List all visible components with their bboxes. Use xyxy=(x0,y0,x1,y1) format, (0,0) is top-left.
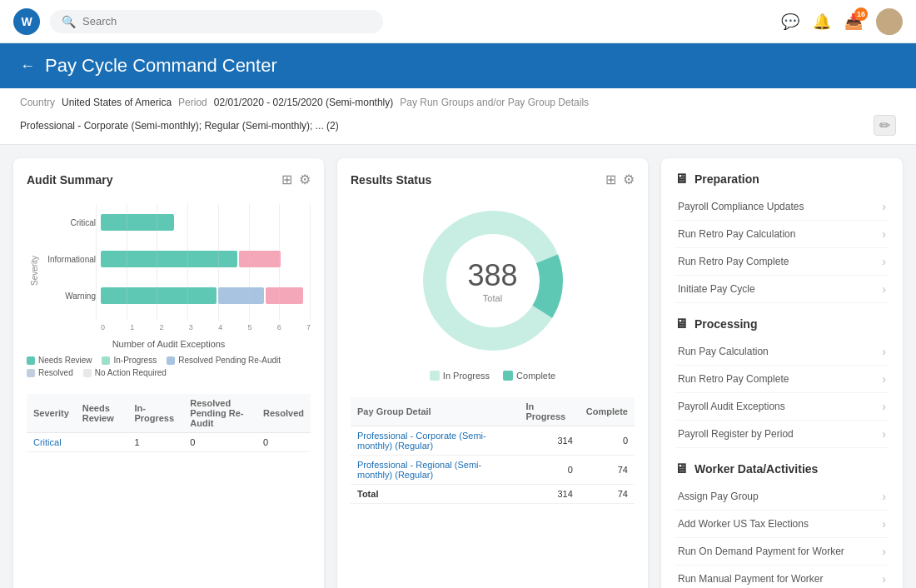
gear-icon[interactable]: ⚙ xyxy=(299,172,311,187)
legend-in-progress-text: In Progress xyxy=(443,371,490,381)
informational-label: Informational xyxy=(46,255,96,264)
payrun-value: Professional - Corporate (Semi-monthly);… xyxy=(20,120,339,132)
preparation-section-title: 🖥 Preparation xyxy=(675,172,889,187)
audit-legend: Needs Review In-Progress Resolved Pendin… xyxy=(27,356,311,377)
country-label: Country xyxy=(20,97,55,108)
search-icon: 🔍 xyxy=(62,15,76,28)
menu-run-pay-calc[interactable]: Run Pay Calculation › xyxy=(675,338,889,366)
breadcrumb: Country United States of America Period … xyxy=(0,88,916,145)
legend-resolved-pending-label: Resolved Pending Re-Audit xyxy=(178,356,281,365)
chevron-icon: › xyxy=(882,572,886,586)
results-col-inprogress: In Progress xyxy=(519,397,579,426)
donut-chart: 388 Total xyxy=(351,197,635,364)
top-nav: W 🔍 💬 🔔 📥 16 xyxy=(0,0,916,43)
chevron-icon: › xyxy=(882,490,886,503)
worker-data-menu: Assign Pay Group › Add Worker US Tax Ele… xyxy=(675,483,889,588)
y-axis-label: Severity xyxy=(27,204,42,337)
workday-logo: W xyxy=(13,8,40,35)
search-bar[interactable]: 🔍 xyxy=(50,10,383,33)
chat-icon[interactable]: 💬 xyxy=(781,12,799,31)
legend-complete-text: Complete xyxy=(516,371,555,381)
results-card-icons: ⊞ ⚙ xyxy=(605,172,635,187)
back-button[interactable]: ← xyxy=(20,57,35,75)
audit-table: Severity Needs Review In-Progress Resolv… xyxy=(27,394,311,452)
menu-on-demand-payment[interactable]: Run On Demand Payment for Worker › xyxy=(675,538,889,566)
donut-total: 388 xyxy=(467,258,517,293)
period-value: 02/01/2020 - 02/15/2020 (Semi-monthly) xyxy=(214,97,393,108)
audit-col-in-progress: In-Progress xyxy=(127,394,183,433)
processing-icon: 🖥 xyxy=(675,316,688,331)
critical-link[interactable]: Critical xyxy=(27,433,76,452)
menu-retro-pay-calc[interactable]: Run Retro Pay Calculation › xyxy=(675,221,889,248)
svg-point-1 xyxy=(879,25,899,35)
chevron-icon: › xyxy=(882,200,886,213)
audit-card-icons: ⊞ ⚙ xyxy=(281,172,311,187)
chevron-icon: › xyxy=(882,282,886,296)
gear-icon-2[interactable]: ⚙ xyxy=(623,172,635,187)
legend-no-action-label: No Action Required xyxy=(95,368,167,377)
legend-inprogress-label: In-Progress xyxy=(113,356,157,365)
legend-needs-review-label: Needs Review xyxy=(38,356,92,365)
results-table: Pay Group Detail In Progress Complete Pr… xyxy=(351,397,635,504)
worker-data-icon: 🖥 xyxy=(675,461,688,476)
warning-label: Warning xyxy=(46,292,96,301)
audit-summary-title: Audit Summary xyxy=(27,173,112,187)
legend-resolved-label: Resolved xyxy=(38,368,73,377)
svg-point-0 xyxy=(884,12,895,24)
menu-worker-tax[interactable]: Add Worker US Tax Elections › xyxy=(675,511,889,538)
chevron-icon: › xyxy=(882,545,886,558)
avatar[interactable] xyxy=(876,8,903,35)
chart-icon[interactable]: ⊞ xyxy=(281,172,292,187)
chevron-icon: › xyxy=(882,372,886,386)
results-col-group: Pay Group Detail xyxy=(351,397,519,426)
page-header: ← Pay Cycle Command Center xyxy=(0,43,916,88)
bell-icon[interactable]: 🔔 xyxy=(813,12,831,31)
inbox-icon[interactable]: 📥 16 xyxy=(844,12,863,31)
worker-data-section-title: 🖥 Worker Data/Activities xyxy=(675,461,889,476)
legend-in-progress-dot xyxy=(430,371,440,381)
regional-link[interactable]: Professional - Regional (Semi-monthly) (… xyxy=(351,456,519,485)
menu-initiate-pay-cycle[interactable]: Initiate Pay Cycle › xyxy=(675,276,889,303)
page-title: Pay Cycle Command Center xyxy=(45,55,277,77)
country-value: United States of America xyxy=(62,97,172,108)
chevron-icon: › xyxy=(882,517,886,531)
chart-icon-2[interactable]: ⊞ xyxy=(605,172,616,187)
menu-payroll-audit[interactable]: Payroll Audit Exceptions › xyxy=(675,393,889,421)
chevron-icon: › xyxy=(882,345,886,358)
critical-label: Critical xyxy=(46,218,96,227)
results-status-title: Results Status xyxy=(351,173,431,187)
legend-inprogress-icon xyxy=(102,356,110,365)
corporate-link[interactable]: Professional - Corporate (Semi-monthly) … xyxy=(351,426,519,456)
audit-col-needs-review: Needs Review xyxy=(76,394,128,433)
processing-section-title: 🖥 Processing xyxy=(675,316,889,331)
search-input[interactable] xyxy=(82,15,371,27)
table-row: Critical 1 0 0 xyxy=(27,433,311,452)
legend-resolved-icon xyxy=(27,369,35,377)
chevron-icon: › xyxy=(882,227,886,241)
audit-col-severity: Severity xyxy=(27,394,76,433)
menu-payroll-compliance[interactable]: Payroll Compliance Updates › xyxy=(675,193,889,221)
menu-payroll-register[interactable]: Payroll Register by Period › xyxy=(675,421,889,448)
audit-col-resolved-pending: Resolved Pending Re-Audit xyxy=(183,394,256,433)
preparation-icon: 🖥 xyxy=(675,172,688,187)
legend-complete-dot xyxy=(503,371,513,381)
chevron-icon: › xyxy=(882,255,886,268)
audit-summary-card: Audit Summary ⊞ ⚙ Severity xyxy=(13,158,324,588)
menu-retro-pay-complete[interactable]: Run Retro Pay Complete › xyxy=(675,248,889,276)
results-legend: In Progress Complete xyxy=(351,371,635,381)
legend-no-action-icon xyxy=(83,369,92,377)
edit-button[interactable]: ✏ xyxy=(874,115,896,136)
legend-resolved-pending-icon xyxy=(167,356,175,365)
table-row: Professional - Regional (Semi-monthly) (… xyxy=(351,456,635,485)
inbox-badge: 16 xyxy=(854,7,868,21)
nav-icons: 💬 🔔 📥 16 xyxy=(781,8,903,35)
menu-manual-payment[interactable]: Run Manual Payment for Worker › xyxy=(675,566,889,588)
results-status-card: Results Status ⊞ ⚙ 388 Total In Pr xyxy=(337,158,648,588)
chevron-icon: › xyxy=(882,427,886,441)
table-row: Total 314 74 xyxy=(351,485,635,504)
menu-assign-pay-group[interactable]: Assign Pay Group › xyxy=(675,483,889,511)
preparation-menu: Payroll Compliance Updates › Run Retro P… xyxy=(675,193,889,303)
table-row: Professional - Corporate (Semi-monthly) … xyxy=(351,426,635,456)
payrun-label: Pay Run Groups and/or Pay Group Details xyxy=(400,97,589,108)
menu-run-retro-pay-complete[interactable]: Run Retro Pay Complete › xyxy=(675,366,889,393)
